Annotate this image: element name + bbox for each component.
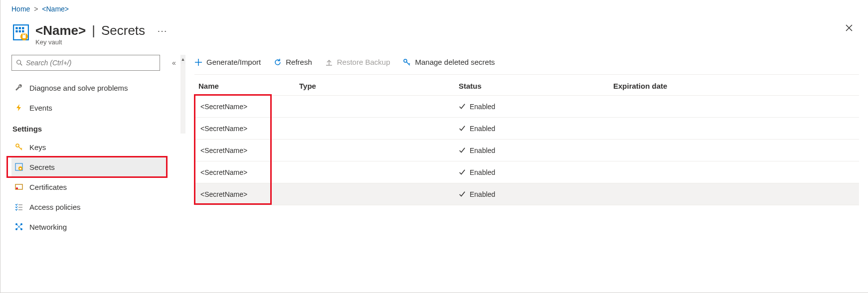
secrets-table: Name Type Status Expiration date <Secret… — [194, 75, 859, 205]
sidebar-item-label: Diagnose and solve problems — [29, 84, 128, 92]
table-row[interactable]: <SecretName> Enabled — [194, 96, 859, 118]
sidebar-item-label: Access policies — [29, 203, 81, 211]
secret-name-cell[interactable]: <SecretName> — [194, 103, 299, 111]
svg-point-9 — [17, 60, 21, 64]
main-content: Generate/Import Refresh Restore Backup M… — [185, 55, 868, 237]
svg-rect-5 — [19, 30, 21, 32]
svg-rect-14 — [20, 168, 21, 169]
sidebar-item-certificates[interactable]: Certificates — [11, 177, 168, 197]
secret-status-cell: Enabled — [459, 190, 613, 198]
secret-name-cell[interactable]: <SecretName> — [194, 168, 299, 176]
secret-name-cell[interactable]: <SecretName> — [194, 125, 299, 133]
toolbar: Generate/Import Refresh Restore Backup M… — [194, 55, 859, 75]
check-icon — [459, 191, 466, 198]
status-label: Enabled — [470, 146, 495, 154]
sidebar-item-label: Events — [29, 104, 52, 112]
page-title-sep: | — [92, 23, 95, 38]
sidebar-item-diagnose[interactable]: Diagnose and solve problems — [11, 78, 168, 98]
breadcrumb-name[interactable]: <Name> — [42, 5, 69, 13]
table-row[interactable]: <SecretName> Enabled — [194, 161, 859, 183]
status-label: Enabled — [470, 190, 495, 198]
toolbar-label: Refresh — [286, 58, 312, 66]
checklist-icon — [14, 202, 23, 211]
collapse-sidebar-button[interactable]: « — [168, 59, 180, 67]
sidebar-item-access-policies[interactable]: Access policies — [11, 197, 168, 217]
col-header-status[interactable]: Status — [459, 82, 613, 90]
svg-line-10 — [20, 64, 22, 66]
refresh-icon — [274, 58, 282, 66]
check-icon — [459, 103, 466, 110]
secrets-icon — [14, 162, 23, 171]
refresh-button[interactable]: Refresh — [274, 58, 312, 66]
breadcrumb-sep: > — [34, 5, 38, 13]
search-box[interactable] — [11, 55, 160, 71]
generate-import-button[interactable]: Generate/Import — [194, 58, 261, 66]
page-title-section: Secrets — [101, 23, 145, 38]
svg-point-16 — [16, 187, 18, 189]
secret-name-cell[interactable]: <SecretName> — [194, 190, 299, 198]
more-button[interactable]: ⋯ — [157, 25, 167, 37]
status-label: Enabled — [470, 168, 495, 176]
scroll-up-icon[interactable]: ▲ — [180, 55, 185, 64]
sidebar-scrollbar[interactable]: ▲ — [180, 55, 185, 237]
sidebar-item-label: Networking — [29, 223, 67, 231]
sidebar: Diagnose and solve problems Events Setti… — [0, 55, 168, 237]
table-row[interactable]: <SecretName> Enabled — [194, 183, 859, 205]
table-row[interactable]: <SecretName> Enabled — [194, 140, 859, 161]
certificate-icon — [14, 182, 23, 191]
sidebar-item-keys[interactable]: Keys — [11, 137, 168, 157]
sidebar-item-label: Keys — [29, 143, 46, 151]
breadcrumb: Home > <Name> — [0, 0, 868, 18]
toolbar-label: Restore Backup — [337, 58, 390, 66]
toolbar-label: Generate/Import — [206, 58, 261, 66]
sidebar-item-label: Certificates — [29, 183, 67, 191]
secret-status-cell: Enabled — [459, 125, 613, 133]
search-input[interactable] — [26, 59, 156, 67]
network-icon — [14, 222, 23, 231]
secret-status-cell: Enabled — [459, 146, 613, 154]
check-icon — [459, 125, 466, 132]
wrench-icon — [14, 83, 23, 92]
key-manage-icon — [403, 58, 411, 66]
toolbar-label: Manage deleted secrets — [415, 58, 495, 66]
lightning-icon — [14, 103, 23, 112]
restore-backup-button: Restore Backup — [325, 58, 390, 66]
table-header-row: Name Type Status Expiration date — [194, 75, 859, 96]
sidebar-section-settings: Settings — [11, 118, 168, 137]
svg-rect-1 — [15, 27, 17, 29]
page-header: <Name> | Secrets ⋯ Key vault — [0, 18, 868, 55]
svg-rect-6 — [22, 30, 24, 32]
sidebar-item-label: Secrets — [29, 163, 55, 171]
col-header-name[interactable]: Name — [194, 82, 299, 90]
search-icon — [16, 59, 23, 66]
manage-deleted-button[interactable]: Manage deleted secrets — [403, 58, 495, 66]
check-icon — [459, 169, 466, 176]
close-button[interactable] — [845, 23, 853, 34]
col-header-type[interactable]: Type — [299, 82, 459, 90]
plus-icon — [194, 58, 202, 66]
key-icon — [14, 143, 23, 151]
check-icon — [459, 147, 466, 154]
status-label: Enabled — [470, 103, 495, 111]
sidebar-item-networking[interactable]: Networking — [11, 217, 168, 237]
secret-name-cell[interactable]: <SecretName> — [194, 146, 299, 154]
page-subtitle: Key vault — [35, 38, 167, 46]
keyvault-icon — [11, 23, 30, 42]
secret-status-cell: Enabled — [459, 168, 613, 176]
sidebar-item-events[interactable]: Events — [11, 98, 168, 118]
breadcrumb-home[interactable]: Home — [11, 5, 30, 13]
status-label: Enabled — [470, 125, 495, 133]
svg-rect-4 — [15, 30, 17, 32]
svg-rect-3 — [22, 27, 24, 29]
sidebar-item-secrets[interactable]: Secrets — [11, 157, 168, 177]
page-title-name: <Name> — [35, 23, 86, 38]
col-header-expiration[interactable]: Expiration date — [613, 82, 859, 90]
svg-rect-8 — [22, 35, 25, 38]
svg-rect-2 — [19, 27, 21, 29]
table-row[interactable]: <SecretName> Enabled — [194, 118, 859, 140]
secret-status-cell: Enabled — [459, 103, 613, 111]
upload-icon — [325, 58, 333, 66]
